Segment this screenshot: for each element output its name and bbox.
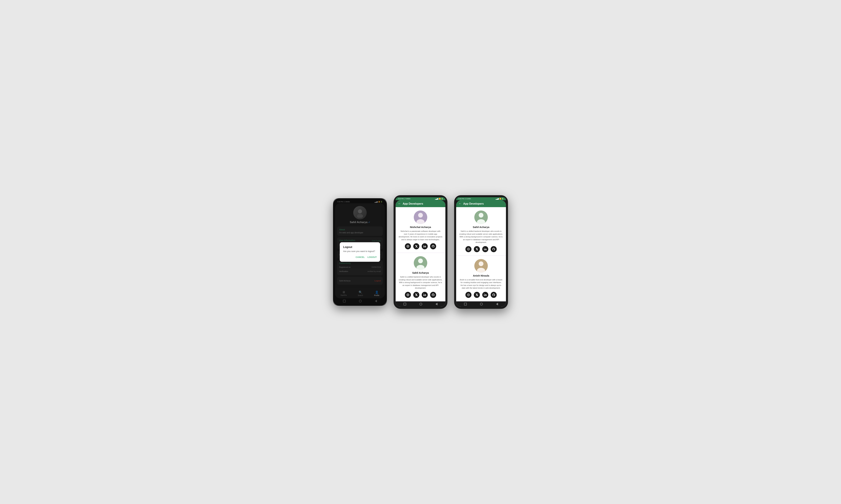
social-icons-1 xyxy=(405,243,436,249)
social-icons-2 xyxy=(405,292,436,298)
android-nav-2 xyxy=(396,301,445,307)
linkedin-btn-1[interactable] xyxy=(422,243,428,249)
screen-2-inner: ← App Developers Nishchal Acharya Nishch… xyxy=(396,200,445,307)
dev-bio-1: Nishchal is a passionate software develo… xyxy=(399,230,442,241)
screen-3-inner: ← App Developers Sahil Acharya Sahil is … xyxy=(456,200,506,307)
nav-sq-2[interactable] xyxy=(404,303,406,305)
battery-icon-2: 🔋 xyxy=(441,198,443,200)
x-btn-2[interactable] xyxy=(413,292,419,298)
status-right-2: ▂▄▆ 📶 🔋 xyxy=(435,198,443,200)
developer-card-4: Anish Niraula Anish is a versatile front… xyxy=(456,256,506,301)
svg-point-19 xyxy=(479,213,483,218)
battery-icon-3: 🔋 xyxy=(502,198,503,200)
dev-bio-3: Sahil is a skilled backend developer who… xyxy=(459,230,503,244)
phone-3: 9:40 PM | 0.1KB/s ▂▄▆ 📶 🔋 ← App Develope… xyxy=(454,195,508,309)
social-icons-4 xyxy=(465,292,497,298)
dev-bio-4: Anish is a versatile front-end developer… xyxy=(459,278,503,289)
dev-name-4: Anish Niraula xyxy=(473,274,489,277)
status-left-3: 9:40 PM | 0.1KB/s xyxy=(459,198,471,200)
app-header-2: ← App Developers xyxy=(396,200,445,207)
github-btn-4[interactable] xyxy=(491,292,497,298)
logout-dialog: Logout Are you sure you want to logout? … xyxy=(340,242,380,262)
wifi-icon-2: 📶 xyxy=(439,198,441,200)
nav-back-3[interactable] xyxy=(496,303,498,305)
phone-1: 9:40 PM | 2.8KB/s ▂▄▆ 📶 🔋 Sahil Acharya … xyxy=(333,198,387,306)
back-button-3[interactable]: ← xyxy=(459,202,462,205)
linkedin-btn-2[interactable] xyxy=(422,292,428,298)
time-2: 9:40 PM xyxy=(398,198,404,200)
dev-bio-2: Sahil is a skilled backend developer who… xyxy=(399,275,442,289)
screen-title-3: App Developers xyxy=(463,202,484,205)
cancel-button[interactable]: CANCEL xyxy=(356,256,365,258)
developer-card-1: Nishchal Acharya Nishchal is a passionat… xyxy=(396,207,445,253)
status-bar-3: 9:40 PM | 0.1KB/s ▂▄▆ 📶 🔋 xyxy=(456,197,506,200)
dev-avatar-4 xyxy=(474,259,488,272)
developers-list-2[interactable]: Nishchal Acharya Nishchal is a passionat… xyxy=(396,207,445,301)
dialog-buttons: CANCEL LOGOUT xyxy=(343,256,377,258)
app-header-3: ← App Developers xyxy=(456,200,506,207)
x-btn-4[interactable] xyxy=(474,292,480,298)
wifi-icon-3: 📶 xyxy=(499,198,501,200)
network-speed-3: | 0.1KB/s xyxy=(465,198,471,200)
status-left-2: 9:40 PM | 7.8KB/s xyxy=(398,198,410,200)
linkedin-btn-3[interactable] xyxy=(482,246,488,252)
android-nav-3 xyxy=(456,301,506,307)
web-btn-3[interactable] xyxy=(465,246,471,252)
logout-confirm-button[interactable]: LOGOUT xyxy=(367,256,377,258)
web-btn-4[interactable] xyxy=(465,292,471,298)
x-btn-1[interactable] xyxy=(413,243,419,249)
web-btn-2[interactable] xyxy=(405,292,411,298)
social-icons-3 xyxy=(465,246,497,252)
dialog-title: Logout xyxy=(343,246,377,249)
developer-card-3: Sahil Acharya Sahil is a skilled backend… xyxy=(456,207,506,256)
dialog-message: Are you sure you want to logout? xyxy=(343,250,377,252)
status-right-3: ▂▄▆ 📶 🔋 xyxy=(496,198,503,200)
dev-name-1: Nishchal Acharya xyxy=(410,226,431,229)
phone-2: 9:40 PM | 7.8KB/s ▂▄▆ 📶 🔋 ← App Develope… xyxy=(394,195,447,309)
time-3: 9:40 PM xyxy=(459,198,464,200)
nav-circle-3[interactable] xyxy=(480,303,483,305)
github-btn-3[interactable] xyxy=(491,246,497,252)
web-btn-1[interactable] xyxy=(405,243,411,249)
developer-card-2: Sahil Acharya Sahil is a skilled backend… xyxy=(396,253,445,301)
nav-sq-3[interactable] xyxy=(464,303,467,305)
github-btn-1[interactable] xyxy=(430,243,436,249)
dev-avatar-3 xyxy=(474,211,488,224)
network-speed-2: | 7.8KB/s xyxy=(404,198,410,200)
back-button-2[interactable]: ← xyxy=(398,202,401,205)
dev-avatar-2 xyxy=(414,256,427,270)
linkedin-btn-4[interactable] xyxy=(482,292,488,298)
x-btn-3[interactable] xyxy=(474,246,480,252)
signal-icon-2: ▂▄▆ xyxy=(435,198,438,200)
svg-point-11 xyxy=(418,258,423,263)
status-bar-2: 9:40 PM | 7.8KB/s ▂▄▆ 📶 🔋 xyxy=(396,197,445,200)
dev-name-2: Sahil Acharya xyxy=(412,271,429,274)
signal-icon-3: ▂▄▆ xyxy=(496,198,499,200)
github-btn-2[interactable] xyxy=(430,292,436,298)
dev-avatar-1 xyxy=(414,211,427,224)
nav-back-2[interactable] xyxy=(435,303,437,305)
svg-point-3 xyxy=(418,213,423,218)
nav-circle-2[interactable] xyxy=(419,303,422,305)
screen-title-2: App Developers xyxy=(403,202,423,205)
svg-point-25 xyxy=(479,262,483,266)
dev-name-3: Sahil Acharya xyxy=(473,226,490,229)
dialog-overlay: Logout Are you sure you want to logout? … xyxy=(333,198,387,306)
developers-list-3[interactable]: Sahil Acharya Sahil is a skilled backend… xyxy=(456,207,506,301)
